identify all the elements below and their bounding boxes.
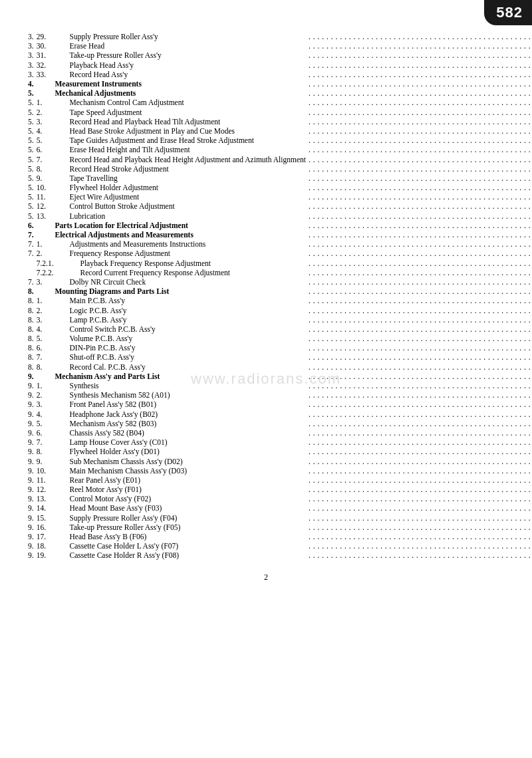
toc-row: 9.15.Supply Pressure Roller Ass'y (F04) … [27,513,532,523]
toc-table: 3.29.Supply Pressure Roller Ass'y . . . … [27,32,532,561]
toc-row: 9.10.Main Mechanism Chassis Ass'y (D03) … [27,466,532,475]
toc-row: 5.9.Tape Travelling . . . . . . . . . . … [27,174,532,183]
toc-row: 9.17.Head Base Ass'y B (F06) . . . . . .… [27,532,532,541]
toc-row: 9.16.Take-up Pressure Roller Ass'y (F05)… [27,523,532,532]
toc-row: 6.Parts Location for Electrical Adjustme… [27,221,532,230]
toc-row: 4.Measurement Instruments . . . . . . . … [27,79,532,88]
toc-row: 7.2.2.Record Current Frequency Response … [27,268,532,277]
toc-row: 5.6.Erase Head Height and Tilt Adjustmen… [27,145,532,154]
toc-row: 7.2.Frequency Response Adjustment . . . … [27,249,532,258]
toc-row: 8.1.Main P.C.B. Ass'y . . . . . . . . . … [27,296,532,305]
toc-row: 7.Electrical Adjustments and Measurement… [27,230,532,239]
toc-row: 5.2.Tape Speed Adjustment . . . . . . . … [27,108,532,117]
toc-row: 9.2.Synthesis Mechanism 582 (A01) . . . … [27,390,532,400]
page-number-badge: 582 [484,0,532,25]
toc-row: 9.13.Control Motor Ass'y (F02) . . . . .… [27,494,532,503]
toc-row: 5.1.Mechanism Control Cam Adjustment . .… [27,98,532,107]
toc-row: 8.6.DIN-Pin P.C.B. Ass'y . . . . . . . .… [27,343,532,352]
toc-row: 8.7.Shut-off P.C.B. Ass'y . . . . . . . … [27,352,532,362]
toc-row: 5.4.Head Base Stroke Adjustment in Play … [27,126,532,136]
toc-row: 8.3.Lamp P.C.B. Ass'y . . . . . . . . . … [27,315,532,324]
toc-row: 8.8.Record Cal. P.C.B. Ass'y . . . . . .… [27,362,532,372]
toc-row: 9.6.Chassis Ass'y 582 (B04) . . . . . . … [27,428,532,438]
toc-row: 5.5.Tape Guides Adjustment and Erase Hea… [27,136,532,145]
toc-row: 5.3.Record Head and Playback Head Tilt A… [27,117,532,126]
toc-row: 8.2.Logic P.C.B. Ass'y . . . . . . . . .… [27,305,532,315]
toc-row: 9.3.Front Panel Ass'y 582 (B01) . . . . … [27,400,532,409]
toc-row: 9.Mechanism Ass'y and Parts List . . . .… [27,372,532,381]
toc-row: 9.7.Lamp House Cover Ass'y (C01) . . . .… [27,438,532,447]
toc-row: 3.29.Supply Pressure Roller Ass'y . . . … [27,32,532,41]
toc-row: 9.9.Sub Mechanism Chassis Ass'y (D02) . … [27,456,532,465]
toc-row: 9.11.Rear Panel Ass'y (E01) . . . . . . … [27,475,532,485]
toc-row: 5.13.Lubrication . . . . . . . . . . . .… [27,211,532,221]
toc-row: 9.18.Cassette Case Holder L Ass'y (F07) … [27,541,532,551]
toc-row: 8.4.Control Switch P.C.B. Ass'y . . . . … [27,324,532,334]
toc-row: 7.2.1.Playback Frequency Response Adjust… [27,259,532,268]
toc-row: 3.30.Erase Head . . . . . . . . . . . . … [27,41,532,51]
toc-row: 8.5.Volume P.C.B. Ass'y . . . . . . . . … [27,334,532,343]
toc-row: 5.11.Eject Wire Adjustment . . . . . . .… [27,192,532,201]
toc-row: 9.1.Synthesis . . . . . . . . . . . . . … [27,381,532,390]
toc-row: 7.1.Adjustments and Measurements Instruc… [27,239,532,249]
toc-row: 5.8.Record Head Stroke Adjustment . . . … [27,164,532,174]
toc-row: 5.10.Flywheel Holder Adjustment . . . . … [27,183,532,192]
toc-row: 9.5.Mechanism Ass'y 582 (B03) . . . . . … [27,419,532,428]
toc-row: 9.4.Headphone Jack Ass'y (B02) . . . . .… [27,410,532,419]
toc-row: 7.3.Dolby NR Circuit Check . . . . . . .… [27,277,532,287]
bottom-page: 2 [27,572,505,582]
toc-row: 3.32.Playback Head Ass'y . . . . . . . .… [27,61,532,70]
toc-row: 9.14.Head Mount Base Ass'y (F03) . . . .… [27,503,532,513]
toc-row: 3.31.Take-up Pressure Roller Ass'y . . .… [27,51,532,60]
toc-row: 5.Mechanical Adjustments . . . . . . . .… [27,88,532,98]
toc-row: 9.8.Flywheel Holder Ass'y (D01) . . . . … [27,447,532,456]
toc-row: 8.Mounting Diagrams and Parts List . . .… [27,287,532,296]
toc-row: 5.7.Record Head and Playback Head Height… [27,154,532,164]
toc-row: 9.12.Reel Motor Ass'y (F01) . . . . . . … [27,485,532,494]
toc-row: 5.12.Control Button Stroke Adjustment . … [27,201,532,211]
toc-row: 3.33.Record Head Ass'y . . . . . . . . .… [27,70,532,79]
toc-row: 9.19.Cassette Case Holder R Ass'y (F08) … [27,551,532,560]
